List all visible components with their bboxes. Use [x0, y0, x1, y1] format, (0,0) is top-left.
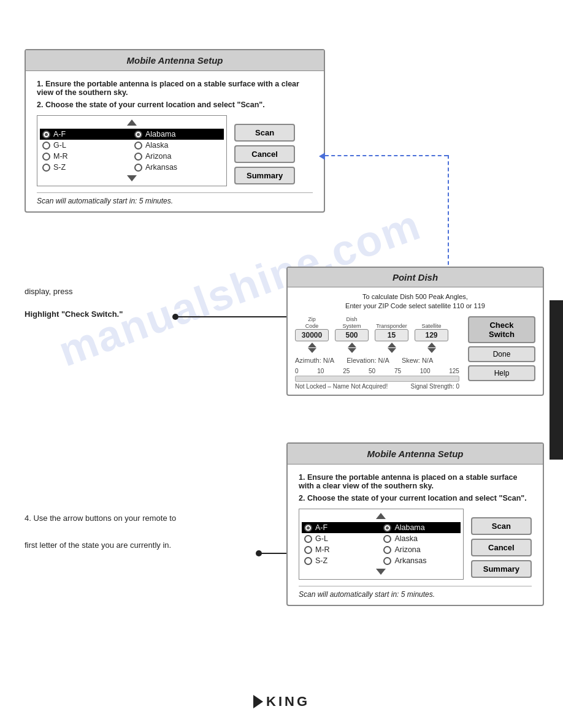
- dish-right-buttons: Check Switch Done Help: [468, 316, 535, 381]
- state-row-sz-top[interactable]: S-Z: [40, 162, 132, 173]
- radio-arizona-bottom: [383, 546, 391, 554]
- elevation-label: Elevation: N/A: [347, 357, 389, 364]
- dashed-arrow-horizontal-top: [325, 155, 448, 156]
- radio-alaska-top: [134, 142, 142, 150]
- zip-value[interactable]: 30000: [295, 329, 329, 341]
- state-row-arizona-top[interactable]: Arizona: [132, 151, 224, 162]
- radio-arkansas-bottom: [383, 557, 391, 565]
- sidebar-strip: [550, 300, 563, 460]
- point-dish-panel: Point Dish To calculate Dish 500 Peak An…: [286, 267, 544, 396]
- radio-af-bottom: [304, 524, 312, 532]
- radio-gl-bottom: [304, 535, 312, 543]
- scan-button-top[interactable]: Scan: [234, 124, 295, 142]
- scan-timer-top: Scan will automatically start in: 5 minu…: [37, 192, 313, 205]
- point-dish-title: Point Dish: [288, 268, 543, 287]
- transponder-arrow-down[interactable]: [388, 348, 396, 353]
- transponder-field[interactable]: Transponder 15: [375, 323, 408, 353]
- status-text: Not Locked – Name Not Acquired!: [295, 383, 388, 390]
- state-row-mr-bottom[interactable]: M-R: [302, 544, 381, 555]
- list-arrow-down-bottom[interactable]: [376, 569, 386, 575]
- satellite-field[interactable]: Satellite 129: [415, 323, 448, 353]
- bottom-step1: 1. Ensure the portable antenna is placed…: [299, 473, 532, 490]
- right-col-bottom: Alabama Alaska Arizona Arkansas: [381, 522, 460, 566]
- bottom-left-instructions: 4. Use the arrow buttons on your remote …: [25, 512, 264, 552]
- highlight-check-switch-label: Highlight "Check Switch.": [25, 309, 123, 319]
- zip-label: ZipCode: [305, 316, 319, 330]
- radio-mr-bottom: [304, 546, 312, 554]
- summary-button-bottom[interactable]: Summary: [471, 560, 532, 578]
- dish-system-label: DishSystem: [342, 316, 361, 330]
- radio-alabama-bottom: [383, 524, 391, 532]
- scan-button-bottom[interactable]: Scan: [471, 517, 532, 535]
- radio-alabama-top: [134, 131, 142, 138]
- radio-arkansas-top: [134, 164, 142, 172]
- satellite-arrow-up[interactable]: [427, 343, 436, 347]
- zip-arrow-up[interactable]: [308, 343, 316, 347]
- left-col-bottom: A-F G-L M-R S-Z: [302, 522, 381, 566]
- radio-sz-top: [42, 164, 50, 172]
- state-row-alabama-bottom[interactable]: Alabama: [381, 522, 460, 533]
- signal-strength-text: Signal Strength: 0: [411, 383, 460, 390]
- point-dish-subtitle: To calculate Dish 500 Peak Angles,Enter …: [295, 292, 535, 311]
- scan-timer-bottom: Scan will automatically start in: 5 minu…: [299, 586, 532, 599]
- top-step2: 2. Choose the state of your current loca…: [37, 100, 313, 109]
- radio-mr-top: [42, 153, 50, 161]
- done-button[interactable]: Done: [468, 346, 535, 362]
- satellite-label: Satellite: [421, 323, 441, 329]
- radio-gl-top: [42, 142, 50, 150]
- list-arrow-down-top[interactable]: [127, 175, 137, 181]
- dish-system-field[interactable]: DishSystem 500: [335, 316, 369, 354]
- top-step1: 1. Ensure the portable antenna is placed…: [37, 80, 313, 97]
- signal-bar-track: [295, 376, 459, 382]
- state-row-alaska-top[interactable]: Alaska: [132, 140, 224, 151]
- state-list-box-bottom[interactable]: A-F G-L M-R S-Z: [299, 509, 464, 580]
- display-press-text: display, press: [25, 287, 73, 296]
- zip-arrow-down[interactable]: [308, 348, 316, 353]
- radio-sz-bottom: [304, 557, 312, 565]
- panel-buttons-bottom: Scan Cancel Summary: [471, 517, 532, 578]
- radio-arizona-top: [134, 153, 142, 161]
- king-logo: KING: [253, 694, 310, 710]
- bottom-mobile-antenna-panel: Mobile Antenna Setup 1. Ensure the porta…: [286, 442, 544, 606]
- radio-alaska-bottom: [383, 535, 391, 543]
- cancel-button-top[interactable]: Cancel: [234, 145, 295, 163]
- help-button[interactable]: Help: [468, 365, 535, 381]
- connector-dot: [172, 314, 178, 320]
- list-arrow-up-bottom[interactable]: [376, 513, 386, 519]
- connector-line-highlight: [175, 316, 292, 317]
- state-row-af-bottom[interactable]: A-F: [302, 522, 381, 533]
- bottom-panel-title: Mobile Antenna Setup: [288, 444, 543, 464]
- state-row-arkansas-bottom[interactable]: Arkansas: [381, 555, 460, 566]
- transponder-value[interactable]: 15: [375, 329, 408, 341]
- state-row-gl-top[interactable]: G-L: [40, 140, 132, 151]
- satellite-arrow-down[interactable]: [427, 348, 436, 353]
- cancel-button-bottom[interactable]: Cancel: [471, 539, 532, 556]
- satellite-value[interactable]: 129: [415, 329, 448, 341]
- state-row-sz-bottom[interactable]: S-Z: [302, 555, 381, 566]
- state-row-arizona-bottom[interactable]: Arizona: [381, 544, 460, 555]
- state-row-arkansas-top[interactable]: Arkansas: [132, 162, 224, 173]
- king-logo-text: KING: [266, 694, 310, 710]
- state-row-alabama-top[interactable]: Alabama: [132, 129, 224, 140]
- state-row-af-top[interactable]: A-F: [40, 129, 132, 140]
- zip-code-field[interactable]: ZipCode 30000: [295, 316, 329, 354]
- dish-system-value[interactable]: 500: [335, 329, 369, 341]
- state-row-mr-top[interactable]: M-R: [40, 151, 132, 162]
- step4b-text: first letter of the state you are curren…: [25, 539, 264, 552]
- state-row-alaska-bottom[interactable]: Alaska: [381, 533, 460, 544]
- transponder-arrow-up[interactable]: [388, 343, 396, 347]
- state-row-gl-bottom[interactable]: G-L: [302, 533, 381, 544]
- dish-system-arrow-down[interactable]: [348, 348, 356, 353]
- state-list-box-top[interactable]: A-F G-L M-R S-Z: [37, 115, 227, 186]
- transponder-label: Transponder: [376, 323, 407, 329]
- summary-button-top[interactable]: Summary: [234, 167, 295, 184]
- list-arrow-up-top[interactable]: [127, 119, 137, 126]
- azimuth-label: Azimuth: N/A: [295, 357, 334, 364]
- panel-buttons-top: Scan Cancel Summary: [234, 124, 295, 184]
- check-switch-button[interactable]: Check Switch: [468, 316, 535, 343]
- arrow-connector-dot: [256, 550, 262, 556]
- right-col-top: Alabama Alaska Arizona Arkansas: [132, 129, 224, 173]
- dish-system-arrow-up[interactable]: [348, 343, 356, 347]
- step4-text: 4. Use the arrow buttons on your remote …: [25, 512, 264, 525]
- skew-label: Skew: N/A: [402, 357, 433, 364]
